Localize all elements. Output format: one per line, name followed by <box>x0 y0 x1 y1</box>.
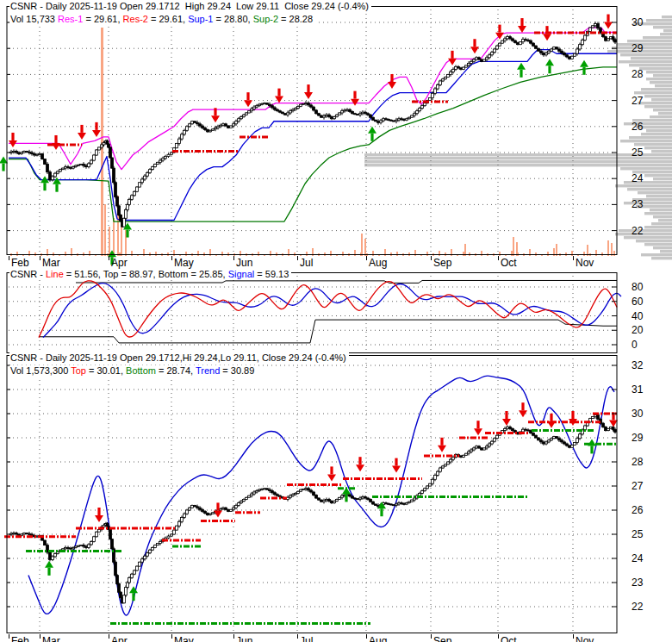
price-axis-label: 30 <box>632 408 661 420</box>
month-tick <box>366 634 367 639</box>
price-axis-label: 26 <box>632 504 661 516</box>
month-label: Mar <box>42 635 60 642</box>
price-axis-label: 29 <box>632 432 661 444</box>
price-axis-label: 22 <box>632 225 661 237</box>
sell-arrow <box>304 84 313 99</box>
trend-panel-indicator-readout: Vol 1,573,300 Top = 30.01, Bottom = 28.7… <box>9 365 257 377</box>
month-tick <box>498 634 499 639</box>
month-tick <box>109 634 109 639</box>
month-label: Feb <box>11 257 29 269</box>
buy-arrow <box>580 60 588 75</box>
oscillator-axis-label: 40 <box>632 310 661 322</box>
month-label: Jul <box>300 257 313 269</box>
indicator-value: Sup-1 <box>188 14 213 24</box>
trend-panel-header: CSNR - Daily 2025-11-19 Open 29.1712,Hi … <box>9 352 349 364</box>
month-tick <box>233 256 234 260</box>
month-label: Sep <box>433 635 451 642</box>
sell-arrow <box>392 458 401 473</box>
month-tick <box>498 256 499 260</box>
indicator-value: Vol 1,573,300 <box>10 365 71 376</box>
indicator-value: Trend <box>196 365 220 376</box>
price-axis-label: 24 <box>632 172 661 184</box>
buy-arrow <box>368 127 376 141</box>
month-label: Jun <box>236 257 252 269</box>
month-label: Oct <box>501 635 517 642</box>
month-label: Nov <box>576 257 594 269</box>
month-label: May <box>174 635 194 642</box>
indicator-value: = 30.01, <box>86 365 126 376</box>
price-axis-label: 30 <box>632 16 661 28</box>
indicator-value: Sup-2 <box>253 14 278 24</box>
oscillator-axis-label: 80 <box>632 281 661 293</box>
month-tick <box>297 634 298 639</box>
price-axis-label: 22 <box>632 601 661 613</box>
month-label: Aug <box>369 635 387 642</box>
month-label: Jun <box>236 635 252 642</box>
price-axis-label: 24 <box>632 552 661 564</box>
indicator-value: = 51.56, Top = 88.97, Bottom = 25.85, <box>64 269 228 279</box>
sell-arrow <box>569 411 577 426</box>
month-tick <box>9 256 9 260</box>
month-tick <box>109 256 109 260</box>
month-tick <box>573 634 574 639</box>
trend-panel-title: CSNR - Daily 2025-11-19 Open 29.1712,Hi … <box>10 352 346 363</box>
oscillator-chart[interactable] <box>0 272 672 353</box>
month-tick <box>297 256 298 260</box>
indicator-value: = 30.89 <box>220 365 254 376</box>
indicator-value: = 29.61, <box>148 14 188 24</box>
month-label: Apr <box>111 257 128 269</box>
sell-arrow <box>438 438 446 452</box>
trend-chart[interactable] <box>0 355 672 642</box>
buy-arrow <box>45 561 53 576</box>
sell-arrow <box>547 414 556 428</box>
indicator-value: = 59.13 <box>254 269 289 279</box>
sell-arrow <box>78 125 86 140</box>
price-chart[interactable] <box>0 6 672 275</box>
indicator-value: = 28.80, <box>213 14 252 24</box>
sell-arrow <box>470 39 479 53</box>
sell-arrow <box>519 402 527 417</box>
sell-arrow <box>92 122 101 137</box>
month-tick <box>171 256 172 260</box>
indicator-value: Res-1 <box>58 14 83 24</box>
indicator-value: = 28.28 <box>278 14 313 24</box>
price-axis-label: 29 <box>632 42 661 54</box>
month-label: Sep <box>433 257 451 269</box>
sell-arrow <box>327 466 336 481</box>
buy-arrow <box>545 59 554 73</box>
indicator-value: = 29.61, <box>83 14 122 24</box>
indicator-value: Signal <box>228 269 255 279</box>
month-tick <box>171 634 172 639</box>
price-panel-title: CSNR - Daily 2025-11-19 Open 29.1712 Hig… <box>10 1 369 11</box>
sell-arrow <box>604 15 613 29</box>
month-tick <box>40 634 40 639</box>
month-label: Nov <box>576 635 594 642</box>
sell-arrow <box>356 457 364 471</box>
indicator-value: Bottom <box>126 365 156 376</box>
price-axis-label: 28 <box>632 456 661 468</box>
oscillator-panel-header: CSNR - Line = 51.56, Top = 88.97, Bottom… <box>9 269 291 280</box>
price-axis-label: 25 <box>632 146 661 159</box>
month-label: Jul <box>300 635 313 642</box>
price-axis-label: 26 <box>632 121 661 133</box>
indicator-value: Vol 15,733 <box>10 14 58 24</box>
indicator-value: Res-2 <box>123 14 148 24</box>
indicator-value: Top <box>71 365 86 376</box>
month-tick <box>431 256 432 260</box>
sell-arrow <box>388 74 396 89</box>
month-label: Oct <box>501 257 517 269</box>
month-tick <box>233 634 234 639</box>
price-axis-label: 23 <box>632 198 661 210</box>
sell-arrow <box>474 421 482 435</box>
price-axis-label: 25 <box>632 528 661 540</box>
month-label: Mar <box>42 257 60 269</box>
sell-arrow <box>95 508 103 522</box>
buy-arrow <box>517 63 526 78</box>
month-tick <box>431 634 432 639</box>
indicator-value: Line <box>46 269 64 279</box>
price-axis-label: 27 <box>632 95 661 107</box>
month-tick <box>9 634 9 639</box>
sell-arrow <box>518 18 526 33</box>
sell-arrow <box>9 133 17 147</box>
sell-arrow <box>448 51 457 65</box>
